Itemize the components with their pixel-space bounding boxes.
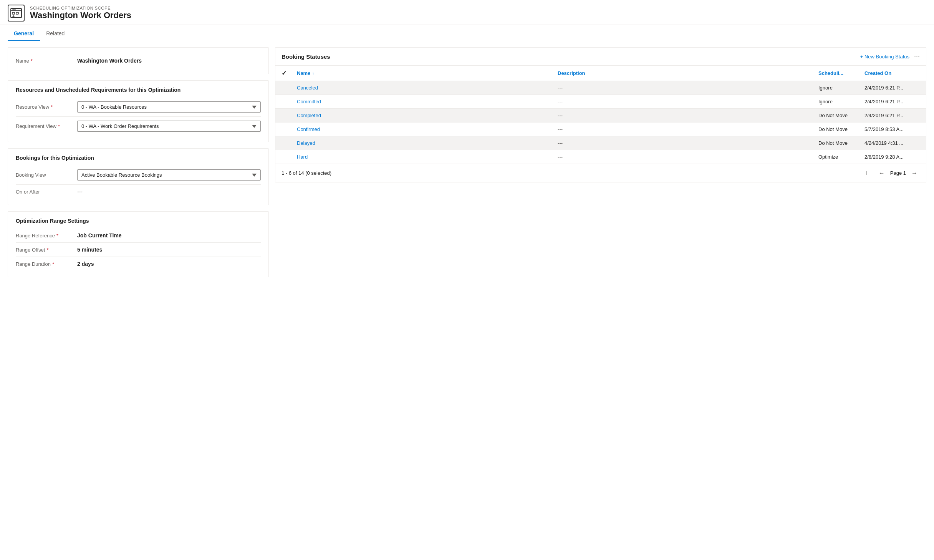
name-required: * — [31, 58, 33, 64]
booking-statuses-actions: + New Booking Status ··· — [860, 53, 920, 60]
requirement-view-label: Requirement View* — [16, 123, 77, 129]
row-name-5[interactable]: Hard — [294, 150, 555, 164]
table-row: Confirmed --- Do Not Move 5/7/2019 8:53 … — [275, 123, 926, 136]
main-content: Name* Washington Work Orders Resources a… — [0, 41, 934, 283]
sort-asc-icon: ↑ — [312, 71, 314, 76]
header-checkmark-icon: ✓ — [282, 70, 286, 77]
range-offset-required: * — [46, 247, 48, 253]
optimization-range-card: Optimization Range Settings Range Refere… — [8, 211, 269, 277]
row-check-1 — [278, 98, 294, 106]
row-scheduling-5: Optimize — [815, 150, 861, 164]
range-reference-row: Range Reference* Job Current Time — [16, 229, 261, 243]
row-scheduling-1: Ignore — [815, 95, 861, 108]
row-description-3: --- — [555, 123, 815, 136]
resource-view-label: Resource View* — [16, 104, 77, 110]
range-reference-label: Range Reference* — [16, 233, 77, 239]
optimization-range-title: Optimization Range Settings — [16, 218, 261, 224]
range-duration-label: Range Duration* — [16, 261, 77, 267]
right-panel: Booking Statuses + New Booking Status ··… — [275, 47, 926, 182]
table-header: ✓ Name ↑ Description Scheduli... Created… — [275, 66, 926, 81]
left-panel: Name* Washington Work Orders Resources a… — [8, 47, 269, 277]
row-name-2[interactable]: Completed — [294, 109, 555, 122]
range-offset-row: Range Offset* 5 minutes — [16, 243, 261, 257]
requirement-view-required: * — [58, 123, 60, 129]
th-scheduling[interactable]: Scheduli... — [815, 66, 861, 81]
row-description-4: --- — [555, 136, 815, 150]
resources-card: Resources and Unscheduled Requirements f… — [8, 80, 269, 142]
on-or-after-value: --- — [77, 189, 83, 195]
row-name-3[interactable]: Confirmed — [294, 123, 555, 136]
row-created-on-1: 2/4/2019 6:21 P... — [861, 95, 923, 108]
row-description-5: --- — [555, 150, 815, 164]
resource-view-select[interactable]: 0 - WA - Bookable Resources — [77, 101, 261, 113]
table-row: Delayed --- Do Not Move 4/24/2019 4:31 .… — [275, 136, 926, 150]
app-title: Washington Work Orders — [30, 10, 131, 20]
row-name-1[interactable]: Committed — [294, 95, 555, 108]
requirement-view-row: Requirement View* 0 - WA - Work Order Re… — [16, 117, 261, 136]
row-check-4 — [278, 139, 294, 147]
th-check: ✓ — [278, 66, 294, 81]
range-offset-value: 5 minutes — [77, 247, 102, 253]
th-created-on[interactable]: Created On — [861, 66, 923, 81]
row-description-2: --- — [555, 109, 815, 122]
row-name-4[interactable]: Delayed — [294, 136, 555, 150]
row-scheduling-2: Do Not Move — [815, 109, 861, 122]
row-check-3 — [278, 126, 294, 133]
on-or-after-label: On or After — [16, 189, 77, 195]
range-duration-required: * — [52, 261, 54, 267]
th-description[interactable]: Description — [555, 66, 815, 81]
name-value: Washington Work Orders — [77, 58, 142, 64]
svg-rect-4 — [12, 12, 15, 14]
th-name[interactable]: Name ↑ — [294, 66, 555, 81]
next-page-button[interactable]: → — [909, 168, 920, 178]
booking-statuses-title: Booking Statuses — [282, 53, 330, 60]
row-check-2 — [278, 112, 294, 119]
prev-page-button[interactable]: ← — [876, 168, 887, 178]
row-check-0 — [278, 84, 294, 92]
svg-point-2 — [13, 9, 14, 10]
row-created-on-4: 4/24/2019 4:31 ... — [861, 136, 923, 150]
booking-statuses-card: Booking Statuses + New Booking Status ··… — [275, 47, 926, 182]
booking-view-label: Booking View — [16, 172, 77, 178]
range-duration-value: 2 days — [77, 261, 94, 267]
resource-view-required: * — [51, 104, 53, 110]
first-page-button[interactable]: ⊢ — [863, 168, 873, 178]
on-or-after-row: On or After --- — [16, 185, 261, 199]
name-field-row: Name* Washington Work Orders — [16, 54, 261, 68]
requirement-view-select[interactable]: 0 - WA - Work Order Requirements — [77, 121, 261, 132]
resources-title: Resources and Unscheduled Requirements f… — [16, 87, 261, 93]
booking-statuses-more-button[interactable]: ··· — [914, 53, 920, 60]
tab-related[interactable]: Related — [40, 27, 71, 41]
resource-view-row: Resource View* 0 - WA - Bookable Resourc… — [16, 98, 261, 117]
table-row: Completed --- Do Not Move 2/4/2019 6:21 … — [275, 109, 926, 123]
table-row: Canceled --- Ignore 2/4/2019 6:21 P... — [275, 81, 926, 95]
svg-point-3 — [15, 9, 16, 10]
row-created-on-3: 5/7/2019 8:53 A... — [861, 123, 923, 136]
row-created-on-0: 2/4/2019 6:21 P... — [861, 81, 923, 94]
row-created-on-5: 2/8/2019 9:28 A... — [861, 150, 923, 164]
name-label: Name* — [16, 58, 77, 64]
range-reference-required: * — [56, 233, 58, 239]
row-description-1: --- — [555, 95, 815, 108]
range-reference-value: Job Current Time — [77, 232, 122, 239]
svg-rect-5 — [16, 12, 18, 14]
tab-general[interactable]: General — [8, 27, 40, 41]
row-created-on-2: 2/4/2019 6:21 P... — [861, 109, 923, 122]
row-check-5 — [278, 153, 294, 161]
new-booking-status-button[interactable]: + New Booking Status — [860, 54, 909, 60]
booking-view-row: Booking View Active Bookable Resource Bo… — [16, 166, 261, 185]
row-name-0[interactable]: Canceled — [294, 81, 555, 94]
booking-statuses-header: Booking Statuses + New Booking Status ··… — [275, 48, 926, 66]
row-scheduling-3: Do Not Move — [815, 123, 861, 136]
page-label: Page 1 — [890, 170, 906, 176]
table-footer: 1 - 6 of 14 (0 selected) ⊢ ← Page 1 → — [275, 164, 926, 182]
table-row: Committed --- Ignore 2/4/2019 6:21 P... — [275, 95, 926, 109]
range-duration-row: Range Duration* 2 days — [16, 257, 261, 271]
pagination: ⊢ ← Page 1 → — [863, 168, 920, 178]
row-scheduling-4: Do Not Move — [815, 136, 861, 150]
title-block: SCHEDULING OPTIMIZATION SCOPE Washington… — [30, 6, 131, 20]
booking-view-select[interactable]: Active Bookable Resource Bookings — [77, 169, 261, 181]
app-subtitle: SCHEDULING OPTIMIZATION SCOPE — [30, 6, 131, 10]
footer-count: 1 - 6 of 14 (0 selected) — [282, 170, 331, 176]
app-icon — [8, 5, 25, 22]
